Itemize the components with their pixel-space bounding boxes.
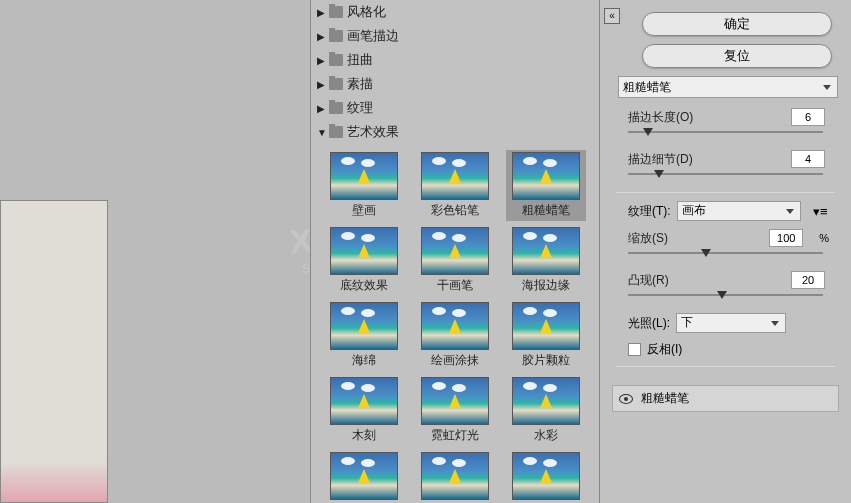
category-1[interactable]: ▶画笔描边 bbox=[311, 24, 599, 48]
light-select[interactable]: 下 bbox=[676, 313, 786, 333]
reset-button[interactable]: 复位 bbox=[642, 44, 832, 68]
disclosure-icon: ▶ bbox=[317, 31, 329, 42]
folder-icon bbox=[329, 6, 343, 18]
filter-thumb-5[interactable]: 海报边缘 bbox=[506, 225, 586, 296]
filter-thumb-3[interactable]: 底纹效果 bbox=[324, 225, 404, 296]
folder-icon bbox=[329, 102, 343, 114]
disclosure-icon: ▶ bbox=[317, 79, 329, 90]
thumb-image bbox=[512, 152, 580, 200]
scale-input[interactable] bbox=[769, 229, 803, 247]
thumb-image bbox=[421, 377, 489, 425]
category-2[interactable]: ▶扭曲 bbox=[311, 48, 599, 72]
disclosure-icon: ▼ bbox=[317, 127, 329, 138]
stroke-detail-label: 描边细节(D) bbox=[628, 151, 693, 168]
filter-thumb-14[interactable]: 涂抹棒 bbox=[506, 450, 586, 503]
thumb-label: 干画笔 bbox=[417, 277, 493, 294]
thumb-image bbox=[330, 377, 398, 425]
category-label: 艺术效果 bbox=[347, 123, 399, 141]
stroke-detail-slider[interactable] bbox=[628, 170, 823, 184]
category-label: 风格化 bbox=[347, 3, 386, 21]
stroke-detail-input[interactable] bbox=[791, 150, 825, 168]
stroke-detail-row: 描边细节(D) bbox=[628, 150, 839, 168]
category-5[interactable]: ▼艺术效果 bbox=[311, 120, 599, 144]
filter-thumb-10[interactable]: 霓虹灯光 bbox=[415, 375, 495, 446]
folder-icon bbox=[329, 126, 343, 138]
stroke-length-label: 描边长度(O) bbox=[628, 109, 693, 126]
thumb-image bbox=[421, 302, 489, 350]
thumb-label: 绘画涂抹 bbox=[417, 352, 493, 369]
thumb-image bbox=[512, 452, 580, 500]
category-4[interactable]: ▶纹理 bbox=[311, 96, 599, 120]
thumb-label: 胶片颗粒 bbox=[508, 352, 584, 369]
thumb-label: 木刻 bbox=[326, 427, 402, 444]
filter-thumb-2[interactable]: 粗糙蜡笔 bbox=[506, 150, 586, 221]
relief-slider[interactable] bbox=[628, 291, 823, 305]
light-row: 光照(L): 下 bbox=[628, 313, 839, 333]
category-0[interactable]: ▶风格化 bbox=[311, 0, 599, 24]
category-label: 素描 bbox=[347, 75, 373, 93]
scale-unit: % bbox=[819, 232, 829, 244]
thumb-image bbox=[512, 377, 580, 425]
texture-menu-icon[interactable]: ▾≡ bbox=[813, 204, 829, 219]
thumb-label: 海报边缘 bbox=[508, 277, 584, 294]
divider bbox=[616, 192, 835, 193]
thumb-label: 粗糙蜡笔 bbox=[508, 202, 584, 219]
thumb-image bbox=[330, 152, 398, 200]
thumb-label: 壁画 bbox=[326, 202, 402, 219]
filter-gallery-panel: ▶风格化▶画笔描边▶扭曲▶素描▶纹理▼艺术效果 壁画彩色铅笔粗糙蜡笔底纹效果干画… bbox=[310, 0, 600, 503]
thumb-image bbox=[330, 302, 398, 350]
filter-thumb-7[interactable]: 绘画涂抹 bbox=[415, 300, 495, 371]
filter-select[interactable]: 粗糙蜡笔 bbox=[618, 76, 838, 98]
filter-thumb-4[interactable]: 干画笔 bbox=[415, 225, 495, 296]
thumb-label: 彩色铅笔 bbox=[417, 202, 493, 219]
folder-icon bbox=[329, 30, 343, 42]
stroke-length-input[interactable] bbox=[791, 108, 825, 126]
scale-row: 缩放(S) % bbox=[628, 229, 839, 247]
invert-label: 反相(I) bbox=[647, 341, 682, 358]
thumb-image bbox=[421, 452, 489, 500]
filter-thumb-9[interactable]: 木刻 bbox=[324, 375, 404, 446]
folder-icon bbox=[329, 54, 343, 66]
thumb-image bbox=[512, 302, 580, 350]
category-3[interactable]: ▶素描 bbox=[311, 72, 599, 96]
ok-button[interactable]: 确定 bbox=[642, 12, 832, 36]
invert-row: 反相(I) bbox=[628, 341, 839, 358]
disclosure-icon: ▶ bbox=[317, 7, 329, 18]
filter-thumb-8[interactable]: 胶片颗粒 bbox=[506, 300, 586, 371]
category-label: 纹理 bbox=[347, 99, 373, 117]
relief-input[interactable] bbox=[791, 271, 825, 289]
filter-thumb-1[interactable]: 彩色铅笔 bbox=[415, 150, 495, 221]
texture-label: 纹理(T): bbox=[628, 203, 671, 220]
filter-thumb-13[interactable]: 调色刀 bbox=[415, 450, 495, 503]
stroke-length-row: 描边长度(O) bbox=[628, 108, 839, 126]
filter-thumb-0[interactable]: 壁画 bbox=[324, 150, 404, 221]
light-label: 光照(L): bbox=[628, 315, 670, 332]
invert-checkbox[interactable] bbox=[628, 343, 641, 356]
effect-layer-label: 粗糙蜡笔 bbox=[641, 390, 689, 407]
settings-panel: « 确定 复位 粗糙蜡笔 描边长度(O) 描边细节(D) 纹理(T): 画布 ▾… bbox=[600, 0, 851, 503]
preview-canvas bbox=[0, 200, 108, 503]
filter-thumb-12[interactable]: 塑料包装 bbox=[324, 450, 404, 503]
texture-select[interactable]: 画布 bbox=[677, 201, 801, 221]
eye-icon[interactable] bbox=[619, 394, 633, 404]
filter-thumb-6[interactable]: 海绵 bbox=[324, 300, 404, 371]
texture-row: 纹理(T): 画布 ▾≡ bbox=[628, 201, 839, 221]
thumb-label: 海绵 bbox=[326, 352, 402, 369]
collapse-button[interactable]: « bbox=[604, 8, 620, 24]
filter-thumb-11[interactable]: 水彩 bbox=[506, 375, 586, 446]
disclosure-icon: ▶ bbox=[317, 55, 329, 66]
divider-2 bbox=[616, 366, 835, 367]
scale-slider[interactable] bbox=[628, 249, 823, 263]
category-label: 画笔描边 bbox=[347, 27, 399, 45]
stroke-length-slider[interactable] bbox=[628, 128, 823, 142]
effect-layer-row[interactable]: 粗糙蜡笔 bbox=[612, 385, 839, 412]
scale-label: 缩放(S) bbox=[628, 230, 668, 247]
folder-icon bbox=[329, 78, 343, 90]
thumb-image bbox=[421, 152, 489, 200]
thumb-image bbox=[512, 227, 580, 275]
disclosure-icon: ▶ bbox=[317, 103, 329, 114]
relief-row: 凸现(R) bbox=[628, 271, 839, 289]
thumb-label: 底纹效果 bbox=[326, 277, 402, 294]
thumb-label: 水彩 bbox=[508, 427, 584, 444]
thumb-image bbox=[330, 452, 398, 500]
